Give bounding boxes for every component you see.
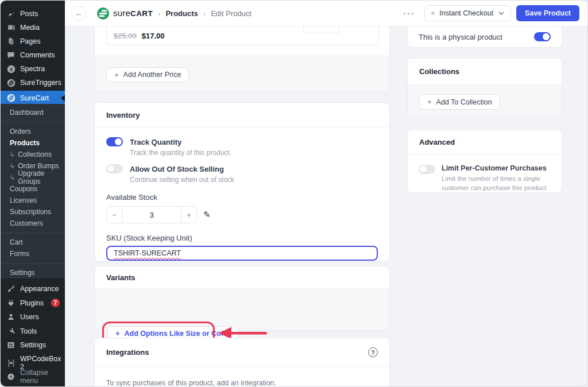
sidebar-item-spectra[interactable]: S Spectra <box>1 62 65 76</box>
back-button[interactable]: ← <box>71 6 86 21</box>
main-content: ← sureCART › Products › Edit Product ···… <box>65 1 587 386</box>
save-product-button[interactable]: Save Product <box>516 5 579 21</box>
stepper-decrement-button[interactable]: − <box>107 207 122 223</box>
sidebar-item-label: Pages <box>20 37 40 45</box>
sidebar-item-label: Comments <box>20 51 55 59</box>
sidebar-item-label: SureTriggers <box>20 79 61 87</box>
brush-icon <box>6 284 16 293</box>
price-field-partial[interactable] <box>303 26 339 33</box>
submenu-arrow-icon: ↳ <box>10 151 15 158</box>
submenu-item-upgrade-groups[interactable]: ↳Upgrade Groups <box>1 172 65 183</box>
track-quantity-label: Track Quantity <box>130 138 181 146</box>
track-quantity-row: Track Quantity <box>106 137 378 146</box>
edit-stock-icon[interactable]: ✎ <box>203 210 211 220</box>
sidebar-item-suretriggers[interactable]: SureTriggers <box>1 76 65 90</box>
help-icon[interactable]: ? <box>368 347 378 357</box>
surecart-logo-icon <box>97 7 109 20</box>
codebox-icon <box>6 358 16 367</box>
surecart-brand: sureCART <box>97 7 153 20</box>
sidebar-item-pages[interactable]: Pages <box>1 34 65 48</box>
stepper-value[interactable]: 3 <box>122 207 181 223</box>
submenu-item-customers[interactable]: Customers <box>1 218 65 229</box>
pages-icon <box>6 37 16 46</box>
variants-title: Variants <box>95 266 389 289</box>
sidebar-item-label: SureCart <box>20 94 49 102</box>
sidebar-item-settings[interactable]: Settings <box>1 338 65 353</box>
chevron-down-icon <box>498 11 504 15</box>
compare-price: $25.00 <box>114 32 137 40</box>
submenu-item-orders[interactable]: Orders <box>1 126 65 137</box>
available-stock-label: Available Stock <box>106 193 378 202</box>
submenu-item-subscriptions[interactable]: Subscriptions <box>1 206 65 218</box>
out-of-stock-desc: Continue selling when out of stock <box>130 176 378 184</box>
out-of-stock-toggle[interactable] <box>106 164 123 173</box>
submenu-item-forms[interactable]: Forms <box>1 248 65 260</box>
limit-purchases-text: Limit Per-Customer Purchases Limit the n… <box>442 164 554 192</box>
sidebar-item-label: Media <box>20 24 40 32</box>
pin-icon <box>6 9 16 18</box>
submenu-item-products[interactable]: Products <box>1 137 65 149</box>
variants-card: Variants + Add Options Like Size or Colo… <box>94 266 390 331</box>
instant-checkout-dropdown[interactable]: Instant Checkout <box>424 5 511 21</box>
advanced-body: Limit Per-Customer Purchases Limit the n… <box>408 154 562 192</box>
sidebar-item-label: Plugins <box>20 299 44 307</box>
app-window: Posts Media Pages Comments S Spectra Sur… <box>0 0 588 387</box>
sidebar-item-plugins[interactable]: Plugins 7 <box>1 296 65 311</box>
submenu-divider <box>1 233 65 233</box>
collapse-menu-button[interactable]: Collapse menu <box>1 370 65 384</box>
more-options-icon[interactable]: ··· <box>403 9 415 18</box>
sidebar-footer-group: WPCodeBox 2 Collapse menu <box>1 356 65 384</box>
topbar-actions: ··· Instant Checkout Save Product <box>403 5 579 21</box>
submenu-item-settings[interactable]: Settings <box>1 267 65 278</box>
physical-product-card: This is a physical product <box>407 26 562 48</box>
variants-body: + Add Options Like Size or Color <box>95 289 389 330</box>
quantity-stepper: − 3 + <box>106 206 197 223</box>
sidebar-item-media[interactable]: Media <box>1 21 65 34</box>
comment-icon <box>6 51 16 60</box>
sidebar-item-users[interactable]: Users <box>1 310 65 324</box>
physical-product-toggle[interactable] <box>534 32 551 41</box>
sidebar-item-posts[interactable]: Posts <box>1 7 65 21</box>
breadcrumb-edit-product: Edit Product <box>211 9 252 18</box>
plugins-update-badge: 7 <box>51 299 60 307</box>
suretriggers-icon <box>6 78 16 87</box>
out-of-stock-row: Allow Out Of Stock Selling <box>106 164 378 173</box>
inventory-body: Track Quantity Track the quantity of thi… <box>95 127 389 261</box>
inventory-title: Inventory <box>95 103 389 127</box>
sidebar-item-comments[interactable]: Comments <box>1 48 65 62</box>
plus-icon: + <box>115 329 120 338</box>
plug-icon <box>6 299 16 308</box>
plus-icon: + <box>114 71 119 79</box>
submenu-item-collections[interactable]: ↳Collections <box>1 149 65 160</box>
sidebar-item-surecart[interactable]: SureCart <box>1 91 65 105</box>
limit-purchases-toggle[interactable] <box>419 165 435 174</box>
inventory-card: Inventory Track Quantity Track the quant… <box>94 102 390 262</box>
submenu-item-cart[interactable]: Cart <box>1 237 65 248</box>
collections-title: Collections <box>408 59 562 84</box>
sidebar-bottom-group: Appearance Plugins 7 Users Tools Setting… <box>1 282 65 353</box>
integrations-title: Integrations <box>106 348 149 357</box>
sidebar-item-wpcodebox[interactable]: WPCodeBox 2 <box>1 356 65 370</box>
sku-input[interactable]: TSHIRT-SURECART <box>106 246 378 261</box>
submenu-item-dashboard[interactable]: Dashboard <box>1 107 65 118</box>
stock-stepper-row: − 3 + ✎ <box>106 202 378 223</box>
sidebar-item-tools[interactable]: Tools <box>1 324 65 339</box>
submenu-arrow-icon: ↳ <box>10 174 15 181</box>
advanced-title: Advanced <box>408 130 562 154</box>
collections-body: + Add To Collection <box>408 84 562 118</box>
sidebar-item-label: Users <box>20 313 39 321</box>
track-quantity-toggle[interactable] <box>106 137 123 146</box>
sidebar-item-appearance[interactable]: Appearance <box>1 282 65 296</box>
breadcrumb-products[interactable]: Products <box>165 9 198 18</box>
user-icon <box>6 312 16 322</box>
top-bar: ← sureCART › Products › Edit Product ···… <box>65 1 587 26</box>
wrench-icon <box>6 327 16 336</box>
back-arrow-icon: ← <box>75 9 83 18</box>
media-icon <box>6 23 16 32</box>
collections-card: Collections + Add To Collection <box>407 58 562 118</box>
add-to-collection-button[interactable]: + Add To Collection <box>419 94 500 110</box>
submenu-item-licenses[interactable]: Licenses <box>1 195 65 206</box>
stepper-increment-button[interactable]: + <box>181 207 196 223</box>
sidebar-item-label: Collapse menu <box>20 369 65 385</box>
add-another-price-button[interactable]: + Add Another Price <box>106 67 189 82</box>
